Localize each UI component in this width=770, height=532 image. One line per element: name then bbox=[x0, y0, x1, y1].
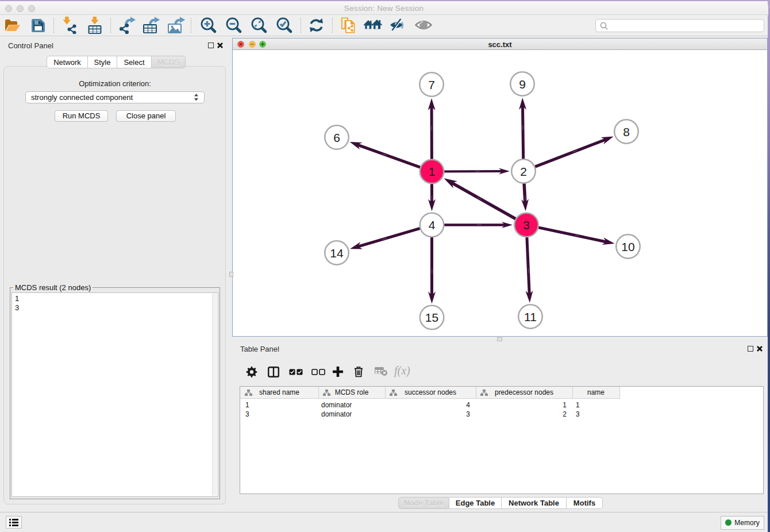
svg-text:15: 15 bbox=[425, 311, 438, 324]
svg-text:9: 9 bbox=[519, 78, 526, 91]
svg-text:7: 7 bbox=[428, 78, 435, 91]
svg-text:1: 1 bbox=[429, 165, 436, 178]
svg-text:6: 6 bbox=[333, 131, 340, 144]
svg-text:10: 10 bbox=[621, 240, 634, 253]
svg-text:2: 2 bbox=[520, 165, 527, 178]
svg-text:4: 4 bbox=[429, 218, 436, 232]
svg-text:8: 8 bbox=[623, 125, 630, 138]
svg-text:11: 11 bbox=[524, 310, 537, 323]
svg-text:14: 14 bbox=[330, 246, 344, 260]
svg-text:3: 3 bbox=[523, 218, 530, 232]
